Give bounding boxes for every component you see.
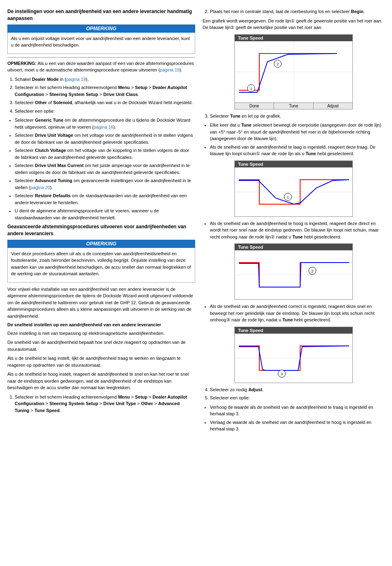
tune-btn[interactable]: Tune <box>274 103 313 109</box>
step3-bullet-2: Als de snelheid van de aandrijfeenheid t… <box>210 144 385 157</box>
opmerking-title-1: OPMERKING <box>7 25 195 33</box>
main-heading: De instellingen voor een aandrijfeenheid… <box>7 8 195 22</box>
opmerking-content-2: Voer deze procedures alleen uit als u de… <box>7 248 195 283</box>
step3: Selecteer Tune en let op de grafiek. <box>210 113 385 120</box>
tune-speed-chart-2: Tune Speed 1 <box>234 160 353 217</box>
chart1-svg: 1 2 <box>235 41 353 103</box>
option-6: Selecteer Restore Defaults om de standaa… <box>15 192 195 206</box>
final-step-1: Selecteer in het scherm Heading achteree… <box>15 394 195 414</box>
step5-option-1: Verhoog de waarde als de snelheid van de… <box>210 404 385 417</box>
chart1-buttons: Done Tune Adjust <box>235 103 352 109</box>
chart3-title: Tune Speed <box>235 244 352 250</box>
step3-bullet-1: Elke keer dat u Tune selecteert beweegt … <box>210 122 385 142</box>
divider-1 <box>7 57 195 58</box>
chart2-bullet-1: Als de snelheid van de aandrijfeenheid t… <box>210 220 385 241</box>
chart3-area: 2 <box>235 250 352 299</box>
opmerking-title-2: OPMERKING <box>7 240 195 248</box>
svg-text:2: 2 <box>311 269 313 273</box>
step-2: Selecteer in het scherm Heading achteree… <box>15 84 195 98</box>
steps-4-5: Selecteer zo nodig Adjust. Selecteer een… <box>203 386 385 401</box>
para-3: Deze instelling is niet van toepassing o… <box>7 330 195 337</box>
opmerking-content-1: Als u een onjuist voltage invoert voor u… <box>7 33 195 54</box>
chart3-svg: 2 <box>235 250 353 299</box>
para-4: De snelheid van de aandrijfeenheid bepaa… <box>7 339 195 352</box>
step-3: Selecteer Other of Solenoid, afhankelijk… <box>15 99 195 106</box>
final-steps-list: Selecteer in het scherm Heading achteree… <box>7 394 195 414</box>
tune-speed-chart-3: Tune Speed 2 <box>234 243 353 300</box>
chart3-bullet-1: Als de snelheid van de aandrijfeenheid c… <box>210 303 385 323</box>
para-6: Als u de snelheid te hoog instelt, reage… <box>7 371 195 391</box>
chart2-bullets: Als de snelheid van de aandrijfeenheid t… <box>203 220 385 241</box>
tune-speed-chart-4: Tune Speed 3 <box>234 327 353 383</box>
option-7: U dient de algemene afstemmingsprocedure… <box>15 207 195 221</box>
options-list: Selecteer Generic Tune om de afstemmings… <box>7 117 195 221</box>
tune-speed-chart-1: Tune Speed 1 2 <box>234 34 353 109</box>
step-4: Selecteer een optie: <box>15 108 195 115</box>
chart4-title: Tune Speed <box>235 327 352 334</box>
step-4-right: Selecteer zo nodig Adjust. <box>210 386 385 393</box>
right-steps: Plaats het roer in centrale stand, laat … <box>203 8 385 15</box>
adjust-btn[interactable]: Adjust <box>314 103 352 109</box>
step3-list: Selecteer Tune en let op de grafiek. <box>203 113 385 120</box>
opmerking-box-1: OPMERKING Als u een onjuist voltage invo… <box>7 25 195 54</box>
chart2-title: Tune Speed <box>235 161 352 167</box>
grafiek-para: Een grafiek wordt weergegeven. De rode l… <box>203 18 385 31</box>
page-content: De instellingen voor een aandrijfeenheid… <box>0 0 392 566</box>
svg-text:1: 1 <box>287 195 289 199</box>
link-p19-1[interactable]: pagina 19 <box>160 67 180 72</box>
para1-bold: OPMERKING: <box>7 61 37 66</box>
svg-text:2: 2 <box>276 62 278 66</box>
option-1: Selecteer Generic Tune om de afstemmings… <box>15 117 195 130</box>
option-5: Selecteer Advanced Tuning om geavanceerd… <box>15 177 195 191</box>
chart1-area: 1 2 <box>235 41 352 103</box>
option-2: Selecteer Drive Unit Voltage om het volt… <box>15 132 195 145</box>
step5-options: Verhoog de waarde als de snelheid van de… <box>203 404 385 432</box>
main-steps: Schakel Dealer Mode in (pagina 19). Sele… <box>7 76 195 115</box>
chart4-area: 3 <box>235 334 352 383</box>
right-column: Plaats het roer in centrale stand, laat … <box>203 8 385 558</box>
para-1: OPMERKING: Als u een van deze waarden aa… <box>7 60 195 74</box>
para-2: Voor vrijwel elke installatie van een aa… <box>7 286 195 320</box>
chart2-svg: 1 <box>235 167 353 216</box>
svg-text:3: 3 <box>281 372 283 376</box>
chart4-svg: 3 <box>235 334 353 383</box>
para-5: Als u de snelheid te laag instelt, lijkt… <box>7 355 195 368</box>
right-step-2: Plaats het roer in centrale stand, laat … <box>210 8 385 15</box>
chart2-area: 1 <box>235 167 352 216</box>
left-column: De instellingen voor een aandrijfeenheid… <box>7 8 195 558</box>
step5-option-2: Verlaag de waarde als de snelheid van de… <box>210 419 385 432</box>
svg-text:1: 1 <box>250 87 252 91</box>
section3-heading: De snelheid instellen op een aandrijfeen… <box>7 322 195 328</box>
step3-bullets: Elke keer dat u Tune selecteert beweegt … <box>203 122 385 157</box>
option-3: Selecteer Clutch Voltage om het voltage … <box>15 147 195 160</box>
chart3-bullets: Als de snelheid van de aandrijfeenheid c… <box>203 303 385 323</box>
section2-heading: Geavanceerde afstemmingsprocedures uitvo… <box>7 223 195 237</box>
chart1-title: Tune Speed <box>235 35 352 41</box>
done-btn[interactable]: Done <box>235 103 274 109</box>
option-4: Selecteer Drive Unit Max Current om het … <box>15 162 195 176</box>
step-1: Schakel Dealer Mode in (pagina 19). <box>15 76 195 83</box>
opmerking-box-2: OPMERKING Voer deze procedures alleen ui… <box>7 240 195 283</box>
step-5-right: Selecteer een optie: <box>210 394 385 401</box>
